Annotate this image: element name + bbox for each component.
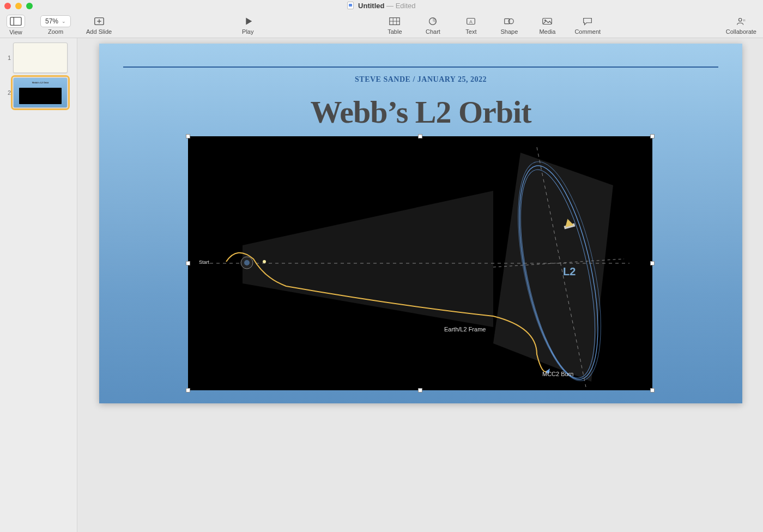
chart-icon [422, 15, 444, 27]
svg-rect-0 [10, 17, 21, 25]
selected-image[interactable]: L2 Start Earth/L2 Frame MCC2 Burn [188, 136, 652, 390]
collaborate-icon [730, 15, 752, 27]
add-slide-icon [88, 15, 110, 27]
headline-text[interactable]: Webb’s L2 Orbit [99, 94, 742, 130]
byline-text[interactable]: STEVE SANDE / JANUARY 25, 2022 [99, 75, 742, 84]
svg-point-17 [738, 18, 742, 21]
document-icon [347, 2, 354, 9]
svg-marker-5 [246, 17, 252, 25]
slide-thumbnail-2[interactable]: 2 Webb's L2 Orbit [3, 77, 74, 108]
sidebar-toggle-icon [7, 15, 25, 28]
resize-handle[interactable] [418, 388, 422, 392]
shape-icon [498, 15, 520, 27]
slide-thumbnail-1[interactable]: 1 [3, 43, 74, 73]
play-icon [237, 15, 259, 27]
resize-handle[interactable] [650, 388, 655, 392]
diagram-burn-label: MCC2 Burn [542, 371, 573, 377]
toolbar: View 57% ⌄ Zoom Add Slide Play Ta [0, 12, 763, 38]
workspace: 1 2 Webb's L2 Orbit STEVE SANDE / JANUAR… [0, 38, 763, 532]
chevron-down-icon: ⌄ [62, 19, 66, 24]
svg-marker-21 [243, 191, 493, 327]
document-status-separator: — [386, 2, 396, 10]
zoom-value: 57% [45, 17, 58, 25]
document-status: Edited [396, 2, 416, 10]
view-button[interactable]: View [7, 15, 25, 35]
slide[interactable]: STEVE SANDE / JANUARY 25, 2022 Webb’s L2… [99, 44, 742, 403]
resize-handle[interactable] [186, 388, 190, 392]
resize-handle[interactable] [186, 134, 190, 138]
titlebar: Untitled — Edited [0, 0, 763, 12]
collaborate-button[interactable]: Collaborate [726, 15, 756, 35]
divider-line [123, 66, 718, 68]
zoom-dropdown[interactable]: 57% ⌄ Zoom [40, 15, 71, 35]
resize-handle[interactable] [650, 261, 655, 265]
resize-handle[interactable] [650, 134, 655, 138]
play-button[interactable]: Play [237, 15, 259, 35]
comment-icon [577, 15, 598, 27]
thumbnail-image: Webb's L2 Orbit [13, 77, 68, 108]
svg-text:L2: L2 [563, 265, 576, 277]
svg-marker-22 [493, 153, 613, 382]
svg-point-30 [244, 260, 250, 265]
media-button[interactable]: Media [536, 15, 558, 35]
comment-button[interactable]: Comment [574, 15, 601, 35]
resize-handle[interactable] [418, 134, 422, 138]
table-icon [384, 15, 405, 27]
media-icon [536, 15, 558, 27]
slide-navigator: 1 2 Webb's L2 Orbit [0, 38, 77, 532]
diagram-start-label: Start [199, 259, 209, 265]
chart-button[interactable]: Chart [422, 15, 444, 35]
thumbnail-image [13, 43, 68, 73]
text-icon: A [460, 15, 482, 27]
text-button[interactable]: A Text [460, 15, 482, 35]
resize-handle[interactable] [186, 261, 190, 265]
orbit-diagram-image: L2 Start Earth/L2 Frame MCC2 Burn [188, 136, 652, 390]
svg-point-31 [263, 260, 266, 263]
table-button[interactable]: Table [384, 15, 405, 35]
document-name: Untitled [358, 2, 384, 10]
shape-button[interactable]: Shape [498, 15, 520, 35]
diagram-frame-label: Earth/L2 Frame [444, 326, 486, 332]
add-slide-button[interactable]: Add Slide [86, 15, 112, 35]
window-title: Untitled — Edited [0, 2, 763, 10]
svg-text:A: A [470, 19, 473, 24]
slide-canvas[interactable]: STEVE SANDE / JANUARY 25, 2022 Webb’s L2… [77, 38, 763, 532]
